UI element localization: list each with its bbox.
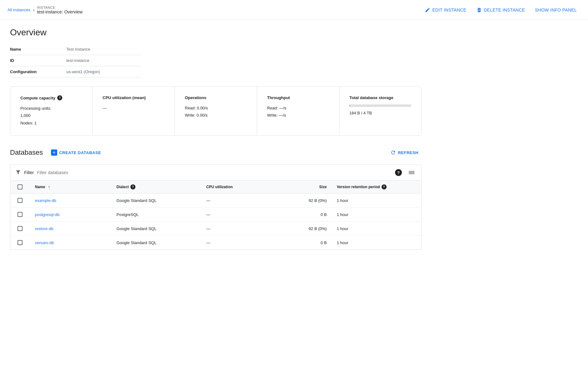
compute-help-icon[interactable]: ?	[57, 95, 62, 100]
overview-field-value: test-instance	[66, 55, 141, 66]
breadcrumb-chevron: ›	[33, 7, 34, 13]
filter-input[interactable]	[37, 170, 131, 175]
db-name-link[interactable]: venues-db	[35, 240, 54, 245]
metric-throughput-label: Throughput	[267, 95, 329, 100]
name-sort-icon: ↑	[48, 184, 50, 189]
metric-operations-label: Operations	[185, 95, 247, 100]
filter-bar: Filter ?	[10, 164, 422, 180]
row-size: 0 B	[275, 236, 332, 250]
select-all-checkbox[interactable]	[18, 184, 23, 189]
breadcrumb-page-label: test-instance: Overview	[37, 9, 83, 14]
row-version: 1 hour	[332, 193, 422, 208]
row-name: postgresql-db	[30, 208, 112, 222]
overview-field-value: us-west1 (Oregon)	[66, 66, 141, 78]
th-dialect: Dialect ?	[112, 181, 201, 193]
delete-instance-button[interactable]: DELETE INSTANCE	[473, 5, 529, 15]
metric-cpu: CPU utilization (mean) —	[93, 87, 175, 135]
section-title-group: Databases + CREATE DATABASE	[10, 147, 104, 158]
table-help-icon: ?	[395, 169, 402, 176]
metric-compute-value: Processing units: 1,000 Nodes: 1	[20, 105, 82, 127]
metric-operations: Operations Read: 0.00/s Write: 0.00/s	[175, 87, 257, 135]
refresh-icon	[390, 150, 396, 155]
overview-row: IDtest-instance	[10, 55, 141, 66]
overview-field-label: Name	[10, 44, 66, 55]
table-row: restore-db Google Standard SQL — 92 B (0…	[10, 222, 422, 236]
db-name-link[interactable]: postgresql-db	[35, 212, 60, 217]
metric-storage: Total database storage 184 B / 4 TB	[339, 87, 421, 135]
plus-icon: +	[51, 149, 57, 156]
overview-row: NameTest Instance	[10, 44, 141, 55]
breadcrumb-current: INSTANCE test-instance: Overview	[37, 6, 83, 14]
edit-icon	[425, 7, 430, 13]
main-content: Overview NameTest InstanceIDtest-instanc…	[0, 20, 432, 257]
storage-bar-fill	[349, 104, 350, 107]
metric-cpu-label: CPU utilization (mean)	[103, 95, 165, 100]
row-cpu: —	[201, 208, 275, 222]
row-dialect: Google Standard SQL	[112, 193, 201, 208]
row-checkbox[interactable]	[18, 226, 23, 231]
th-cpu: CPU utilization	[201, 181, 275, 193]
metrics-card: Compute capacity ? Processing units: 1,0…	[10, 86, 422, 136]
row-version: 1 hour	[332, 236, 422, 250]
columns-icon	[408, 169, 415, 176]
row-size: 0 B	[275, 208, 332, 222]
row-dialect: PostgreSQL	[112, 208, 201, 222]
row-name: restore-db	[30, 222, 112, 236]
row-checkbox[interactable]	[18, 198, 23, 203]
row-cpu: —	[201, 222, 275, 236]
th-name[interactable]: Name ↑	[30, 181, 112, 193]
edit-instance-button[interactable]: EDIT INSTANCE	[421, 5, 470, 15]
overview-field-label: Configuration	[10, 66, 66, 78]
filter-icon	[15, 169, 21, 176]
row-size: 92 B (0%)	[275, 193, 332, 208]
overview-field-value: Test Instance	[66, 44, 141, 55]
db-name-link[interactable]: example-db	[35, 198, 56, 203]
column-selector-button[interactable]	[407, 168, 416, 177]
all-instances-link[interactable]: All instances	[8, 8, 30, 12]
databases-table-head: Name ↑ Dialect ? CPU utilization Size	[10, 181, 422, 193]
page-title: Overview	[10, 28, 422, 38]
row-name: example-db	[30, 193, 112, 208]
metric-compute: Compute capacity ? Processing units: 1,0…	[10, 87, 93, 135]
row-checkbox[interactable]	[18, 212, 23, 217]
storage-bar-wrap	[349, 104, 411, 107]
row-version: 1 hour	[332, 208, 422, 222]
metric-cpu-value: —	[103, 104, 165, 112]
show-info-panel-button[interactable]: SHOW INFO PANEL	[531, 5, 580, 15]
dialect-help-icon[interactable]: ?	[130, 184, 135, 189]
metric-storage-label: Total database storage	[349, 95, 411, 100]
row-checkbox-cell	[10, 222, 30, 236]
top-bar: All instances › INSTANCE test-instance: …	[0, 0, 588, 20]
th-size: Size	[275, 181, 332, 193]
row-dialect: Google Standard SQL	[112, 222, 201, 236]
refresh-button[interactable]: REFRESH	[387, 147, 422, 158]
databases-section-header: Databases + CREATE DATABASE REFRESH	[10, 147, 422, 158]
metric-operations-value: Read: 0.00/s Write: 0.00/s	[185, 104, 247, 119]
row-checkbox-cell	[10, 193, 30, 208]
delete-icon	[476, 7, 482, 13]
th-version: Version retention period ?	[332, 181, 422, 193]
table-help-button[interactable]: ?	[394, 168, 403, 177]
row-checkbox[interactable]	[18, 240, 23, 245]
overview-row: Configurationus-west1 (Oregon)	[10, 66, 141, 78]
filter-label: Filter	[24, 170, 34, 175]
table-row: venues-db Google Standard SQL — 0 B 1 ho…	[10, 236, 422, 250]
create-database-button[interactable]: + CREATE DATABASE	[48, 147, 104, 158]
databases-table-body: example-db Google Standard SQL — 92 B (0…	[10, 193, 422, 250]
row-checkbox-cell	[10, 236, 30, 250]
row-checkbox-cell	[10, 208, 30, 222]
row-dialect: Google Standard SQL	[112, 236, 201, 250]
databases-table: Name ↑ Dialect ? CPU utilization Size	[10, 180, 422, 250]
version-help-icon[interactable]: ?	[382, 184, 387, 189]
row-version: 1 hour	[332, 222, 422, 236]
databases-title: Databases	[10, 148, 43, 157]
metric-throughput-value: Read: —/s Write: —/s	[267, 104, 329, 119]
table-row: postgresql-db PostgreSQL — 0 B 1 hour	[10, 208, 422, 222]
db-name-link[interactable]: restore-db	[35, 226, 53, 231]
metric-compute-label: Compute capacity ?	[20, 95, 82, 100]
breadcrumb: All instances › INSTANCE test-instance: …	[8, 6, 83, 14]
breadcrumb-section-label: INSTANCE	[37, 6, 83, 9]
row-name: venues-db	[30, 236, 112, 250]
filter-right: ?	[394, 168, 416, 177]
overview-table: NameTest InstanceIDtest-instanceConfigur…	[10, 44, 141, 78]
